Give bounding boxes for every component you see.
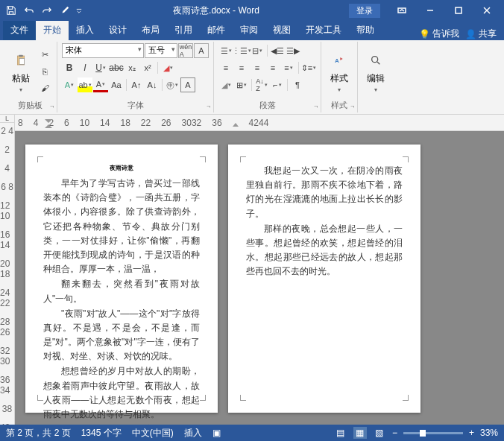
close-icon[interactable] (473, 1, 501, 19)
strikethrough-button[interactable]: abc (109, 60, 124, 75)
zoom-level[interactable]: 33% (480, 428, 498, 438)
multilevel-icon[interactable]: ⊟ (250, 43, 265, 58)
underline-button[interactable]: U (93, 60, 108, 75)
tab-file[interactable]: 文件 (3, 21, 36, 40)
page-2: 我想起一次又一次，在阴冷的雨夜里独自前行。那雨不疾不徐地下着，路灯的光在湿漉漉的… (228, 145, 420, 413)
format-painter-icon[interactable]: 🖌 (37, 80, 52, 95)
align-justify-icon[interactable]: ≡ (265, 60, 280, 75)
ribbon-options-icon[interactable] (388, 1, 416, 19)
shading-icon[interactable]: ◢ (218, 77, 233, 92)
copy-icon[interactable]: ⎘ (37, 64, 52, 79)
maximize-icon[interactable] (444, 1, 473, 19)
decrease-indent-icon[interactable]: ◀☰ (270, 43, 285, 58)
minimize-icon[interactable] (416, 1, 444, 19)
find-icon (365, 50, 386, 71)
right-indent-icon[interactable] (233, 119, 239, 127)
quick-access-toolbar (3, 2, 84, 19)
page-1: 夜雨诗意 早年为了学写古诗，曾买过一部线装本的《诗韵合璧》，一函共五册，字体很小… (25, 145, 218, 413)
subscript-button[interactable]: x₂ (125, 60, 139, 75)
zoom-slider[interactable] (403, 432, 463, 434)
show-marks-icon[interactable]: ¶ (290, 77, 305, 92)
line-spacing-icon[interactable]: ⇕≡ (301, 60, 316, 75)
window-title: 夜雨诗意.docx - Word (84, 4, 349, 17)
increase-indent-icon[interactable]: ☰▶ (286, 43, 300, 58)
styles-button[interactable]: A 样式 ▾ (326, 48, 353, 95)
bold-button[interactable]: B (62, 60, 77, 75)
horizontal-ruler[interactable]: 8 4261014182226303236 4244 (15, 115, 504, 131)
align-distribute-icon[interactable]: ≡ (281, 60, 296, 75)
qat-dropdown-icon[interactable] (75, 2, 84, 19)
tab-dev[interactable]: 开发工具 (298, 21, 349, 40)
group-clipboard: 粘贴 ▾ ✂ ⎘ 🖌 剪贴板 (3, 42, 57, 112)
print-layout-icon[interactable]: ▦ (353, 427, 367, 439)
tab-help[interactable]: 帮助 (349, 21, 382, 40)
doc-body-page1: 早年为了学写古诗，曾买过一部线装本的《诗韵合璧》，一函共五册，字体很小，内容很多… (43, 177, 200, 425)
share-button[interactable]: 👤共享 (465, 28, 497, 40)
read-mode-icon[interactable]: ▤ (334, 427, 347, 439)
tab-layout[interactable]: 布局 (134, 21, 167, 40)
svg-text:A: A (335, 57, 339, 63)
tab-insert[interactable]: 插入 (69, 21, 101, 40)
highlight-icon[interactable]: ab (78, 77, 92, 92)
status-page[interactable]: 第 2 页，共 2 页 (6, 427, 71, 440)
vertical-ruler[interactable]: 2 4246 812 1016 1420 1824 2228 2632 3036… (0, 123, 15, 425)
indent-marker-icon[interactable] (43, 119, 54, 130)
brush-icon[interactable] (57, 2, 73, 19)
shrink-font-icon[interactable]: A↓ (145, 77, 160, 92)
status-mode[interactable]: 插入 (184, 427, 202, 440)
tab-design[interactable]: 设计 (101, 21, 134, 40)
align-left-icon[interactable]: ≡ (218, 60, 233, 75)
text-effects-icon[interactable]: A (62, 77, 77, 92)
editing-button[interactable]: 编辑 ▾ (362, 48, 389, 95)
char-border-icon[interactable]: A (194, 43, 209, 58)
char-case-icon[interactable]: Aa (109, 77, 124, 92)
redo-icon[interactable] (39, 2, 55, 19)
font-size-select[interactable]: 五号 (145, 43, 177, 58)
tab-mail[interactable]: 邮件 (200, 21, 233, 40)
numbering-icon[interactable]: ⋮☰ (234, 43, 249, 58)
font-name-select[interactable]: 宋体 (62, 43, 144, 58)
bullets-icon[interactable]: ☰ (218, 43, 233, 58)
page-canvas[interactable]: 夜雨诗意 早年为了学写古诗，曾买过一部线装本的《诗韵合璧》，一函共五册，字体很小… (15, 131, 504, 425)
svg-rect-0 (398, 8, 406, 13)
grow-font-icon[interactable]: A↑ (129, 77, 144, 92)
status-words[interactable]: 1345 个字 (81, 427, 122, 440)
font-color-icon[interactable]: A (93, 77, 108, 92)
status-bar: 第 2 页，共 2 页 1345 个字 中文(中国) 插入 ▣ ▤ ▦ ▧ − … (0, 425, 504, 441)
doc-body-page2: 我想起一次又一次，在阴冷的雨夜里独自前行。那雨不疾不徐地下着，路灯的光在湿漉漉的… (246, 164, 403, 279)
align-center-icon[interactable]: ≡ (234, 60, 249, 75)
tell-me-button[interactable]: 💡告诉我 (419, 28, 459, 40)
login-button[interactable]: 登录 (349, 4, 380, 18)
ribbon: 粘贴 ▾ ✂ ⎘ 🖌 剪贴板 宋体 五号 wénA A B I U abc (0, 40, 504, 115)
tab-home[interactable]: 开始 (36, 21, 69, 40)
phonetic-guide-icon[interactable]: wénA (178, 43, 193, 58)
char-shading-icon[interactable]: A (180, 77, 195, 92)
save-icon[interactable] (3, 2, 19, 19)
status-macro-icon[interactable]: ▣ (212, 428, 221, 438)
superscript-button[interactable]: x² (140, 60, 155, 75)
align-right-icon[interactable]: ≡ (250, 60, 265, 75)
cut-icon[interactable]: ✂ (37, 48, 52, 63)
paragraph-dialog-icon[interactable]: ⌐ (270, 77, 285, 92)
svg-rect-2 (456, 7, 462, 13)
ruler-corner[interactable]: L (0, 115, 15, 123)
zoom-in-icon[interactable]: + (469, 428, 474, 438)
borders-icon[interactable]: ⊞ (234, 77, 249, 92)
enclose-char-icon[interactable]: ㊥ (165, 77, 180, 92)
zoom-out-icon[interactable]: − (392, 428, 397, 438)
italic-button[interactable]: I (78, 60, 92, 75)
paste-button[interactable]: 粘贴 ▾ (7, 48, 34, 95)
group-label-clipboard: 剪贴板 (7, 99, 52, 111)
undo-icon[interactable] (21, 2, 37, 19)
tab-review[interactable]: 审阅 (233, 21, 265, 40)
status-lang[interactable]: 中文(中国) (132, 427, 174, 440)
group-styles: A 样式 ▾ 样式 (321, 42, 358, 112)
tab-references[interactable]: 引用 (167, 21, 200, 40)
svg-line-10 (377, 62, 379, 64)
paste-icon (10, 50, 31, 71)
web-layout-icon[interactable]: ▧ (373, 427, 386, 439)
tab-view[interactable]: 视图 (265, 21, 298, 40)
clear-format-icon[interactable]: ◢ (160, 60, 175, 75)
group-label-font: 字体 (62, 99, 209, 111)
sort-icon[interactable]: A↓Z (254, 77, 269, 92)
